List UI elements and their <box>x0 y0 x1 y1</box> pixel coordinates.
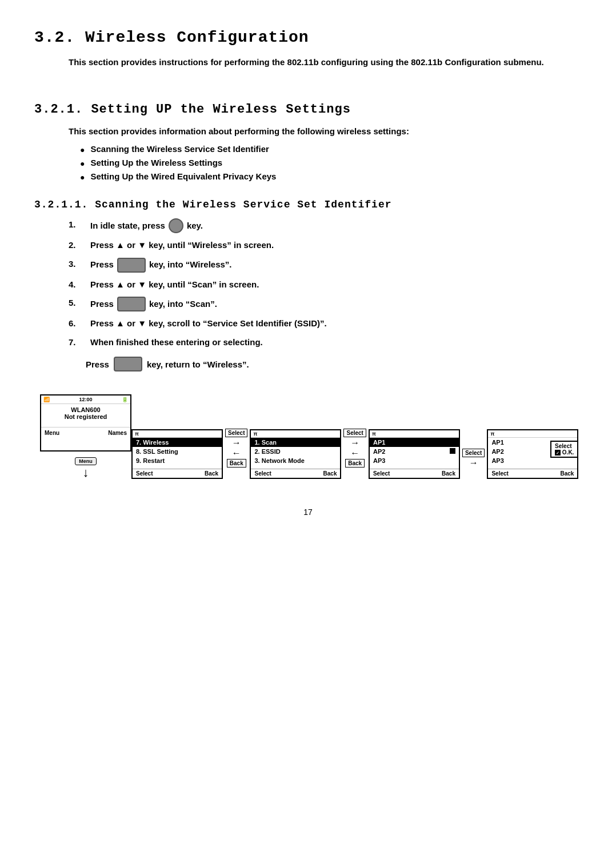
popup-select: Select ✓ O.K. <box>550 441 578 458</box>
idle-screen-wrapper: 📶 12:00 🔋 WLAN600 Not registered Menu Na… <box>40 394 131 479</box>
s3-checkbox-2: ✓ <box>450 448 455 454</box>
page-number: 17 <box>34 508 582 517</box>
idle-right-btn[interactable]: Names <box>108 430 127 436</box>
step-6: 6. Press ▲ or ▼ key, scroll to “Service … <box>69 317 582 330</box>
step-4-text: Press ▲ or ▼ key, until “Scan” in screen… <box>90 278 259 291</box>
steps-list: 1. In idle state, press key. 2. Press ▲ … <box>69 218 582 349</box>
screen4-wrapper: π AP1 AP2 ✓ AP3 Select ✓ O.K. <box>487 429 578 479</box>
step-2-text: Press ▲ or ▼ key, until “Wireless” in sc… <box>90 239 274 252</box>
s1-bottom-bar: Select Back <box>133 469 222 478</box>
step-3: 3. Press key, into “Wireless”. <box>69 258 582 273</box>
screen3: π AP1 AP2 ✓ AP3 Select Back <box>369 429 460 479</box>
screen2-wrapper: π 1. Scan 2. ESSID 3. Network Mode Selec… <box>250 429 341 479</box>
screen1: π 7. Wireless 8. SSL Setting 9. Restart … <box>131 429 223 479</box>
step-5-suffix: key, into “Scan”. <box>149 298 217 311</box>
s3-back-btn[interactable]: Back <box>442 470 455 477</box>
connector1: Select → ← Back <box>223 429 250 479</box>
idle-screen: 📶 12:00 🔋 WLAN600 Not registered Menu Na… <box>40 394 131 452</box>
s3-row-3: AP3 <box>370 456 459 465</box>
step-3-suffix: key, into “Wireless”. <box>149 258 232 271</box>
section-3-2-1-title: 3.2.1. Setting UP the Wireless Settings <box>34 102 582 117</box>
step-6-text: Press ▲ or ▼ key, scroll to “Service Set… <box>90 317 327 330</box>
section-3-2-intro: This section provides instructions for p… <box>69 55 582 69</box>
popup-ok-label: ✓ O.K. <box>555 449 574 456</box>
s3-row-1: AP1 <box>370 438 459 447</box>
s2-row-2: 2. ESSID <box>251 447 340 456</box>
connector2-back: Back <box>345 459 365 468</box>
popup-row-1: Select <box>555 443 574 449</box>
s4-bottom-bar: Select Back <box>488 469 577 478</box>
s1-select-btn[interactable]: Select <box>136 470 153 477</box>
key-icon-3 <box>117 258 146 273</box>
s1-row-2: 8. SSL Setting <box>133 447 222 456</box>
s3-bottom-bar: Select Back <box>370 469 459 478</box>
bullet-list: Scanning the Wireless Service Set Identi… <box>80 144 582 182</box>
step-7-text: When finished these entering or selectin… <box>90 336 263 349</box>
idle-ssid: WLAN600 <box>42 406 129 413</box>
s1-row-1: 7. Wireless <box>133 438 222 447</box>
key-icon-5 <box>117 297 146 311</box>
s4-pi-left: π <box>490 431 494 437</box>
step-2: 2. Press ▲ or ▼ key, until “Wireless” in… <box>69 239 582 252</box>
s4-back-btn[interactable]: Back <box>561 470 574 477</box>
screen4: π AP1 AP2 ✓ AP3 Select ✓ O.K. <box>487 429 578 479</box>
s1-back-btn[interactable]: Back <box>205 470 218 477</box>
s1-pi-left: π <box>135 431 139 437</box>
menu-pill[interactable]: Menu <box>75 457 97 465</box>
connector2-select: Select <box>343 429 366 437</box>
connector1-right-arrow: → <box>232 438 241 448</box>
step-1-text: In idle state, press <box>90 219 165 233</box>
screen1-wrapper: π 7. Wireless 8. SSL Setting 9. Restart … <box>131 429 223 479</box>
bullet-item-3: Setting Up the Wired Equivalent Privacy … <box>80 171 582 182</box>
connector2-right-arrow: → <box>350 438 359 448</box>
connector3: Select → <box>460 449 487 479</box>
idle-time: 12:00 <box>79 397 92 402</box>
s2-row-1: 1. Scan <box>251 438 340 447</box>
step-7-sub-suffix: key, return to “Wireless”. <box>147 359 249 369</box>
menu-pill-wrapper: Menu <box>75 455 97 465</box>
connector3-right-arrow: → <box>469 458 478 468</box>
step-3-text: Press <box>90 258 114 271</box>
section-3-2-1-intro: This section provides information about … <box>69 125 582 138</box>
connector2: Select → ← Back <box>341 429 368 479</box>
connector1-left-arrow: ← <box>232 449 241 458</box>
step-7: 7. When finished these entering or selec… <box>69 336 582 349</box>
key-icon-7 <box>114 357 142 371</box>
connector2-left-arrow: ← <box>350 449 359 458</box>
connector3-select: Select <box>462 449 485 457</box>
signal-icon: 📶 <box>43 397 50 402</box>
bullet-item-1: Scanning the Wireless Service Set Identi… <box>80 144 582 154</box>
key-icon-1 <box>169 218 183 233</box>
s2-pi-left: π <box>253 431 257 437</box>
s1-row-3: 9. Restart <box>133 456 222 465</box>
s3-pi-left: π <box>372 431 376 437</box>
idle-left-btn[interactable]: Menu <box>45 430 59 436</box>
s4-select-btn[interactable]: Select <box>491 470 508 477</box>
step-5: 5. Press key, into “Scan”. <box>69 297 582 311</box>
s3-row-2: AP2 ✓ <box>370 447 459 456</box>
screen2: π 1. Scan 2. ESSID 3. Network Mode Selec… <box>250 429 341 479</box>
battery-icon: 🔋 <box>122 397 128 402</box>
step-5-text: Press <box>90 298 114 311</box>
step-1: 1. In idle state, press key. <box>69 218 582 233</box>
down-arrow-idle: ↓ <box>83 466 89 479</box>
diagrams-section: 📶 12:00 🔋 WLAN600 Not registered Menu Na… <box>40 394 582 479</box>
connector1-back: Back <box>227 459 246 468</box>
screen3-wrapper: π AP1 AP2 ✓ AP3 Select Back <box>369 429 460 479</box>
section-3-2-1-1-title: 3.2.1.1. Scanning the Wireless Service S… <box>34 199 582 210</box>
section-3-2-title: 3.2. Wireless Configuration <box>34 29 582 46</box>
s2-bottom-bar: Select Back <box>251 469 340 478</box>
step-7-sub-text: Press <box>86 359 109 369</box>
bullet-item-2: Setting Up the Wireless Settings <box>80 158 582 168</box>
s2-row-3: 3. Network Mode <box>251 456 340 465</box>
step-1-suffix: key. <box>187 219 203 233</box>
s2-select-btn[interactable]: Select <box>254 470 271 477</box>
s2-back-btn[interactable]: Back <box>323 470 337 477</box>
s3-select-btn[interactable]: Select <box>373 470 390 477</box>
step-4: 4. Press ▲ or ▼ key, until “Scan” in scr… <box>69 278 582 291</box>
idle-status: Not registered <box>42 413 129 420</box>
popup-select-label: Select <box>555 443 571 449</box>
popup-row-2: ✓ O.K. <box>555 449 574 456</box>
connector1-select: Select <box>225 429 247 437</box>
